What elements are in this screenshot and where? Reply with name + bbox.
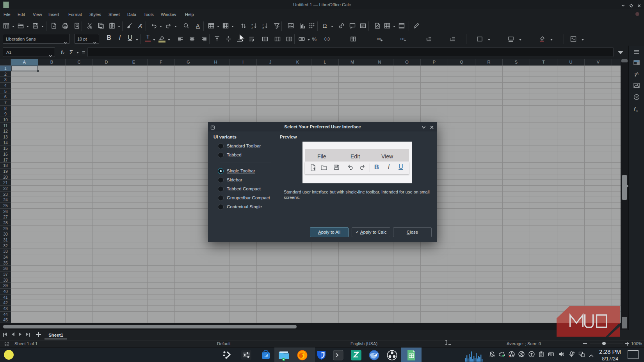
svg-text:00: 00 [400, 37, 404, 41]
svg-text:T: T [634, 72, 637, 77]
svg-text:00: 00 [377, 37, 381, 41]
svg-text:A: A [637, 72, 639, 75]
svg-text:A: A [196, 23, 200, 29]
svg-text:z: z [251, 26, 253, 29]
svg-text:f: f [634, 106, 636, 112]
svg-text:x: x [636, 109, 638, 112]
svg-text:0.0: 0.0 [324, 37, 330, 41]
svg-text:%: % [312, 36, 317, 42]
svg-text:Ω: Ω [323, 23, 327, 29]
svg-text:a: a [262, 26, 264, 29]
